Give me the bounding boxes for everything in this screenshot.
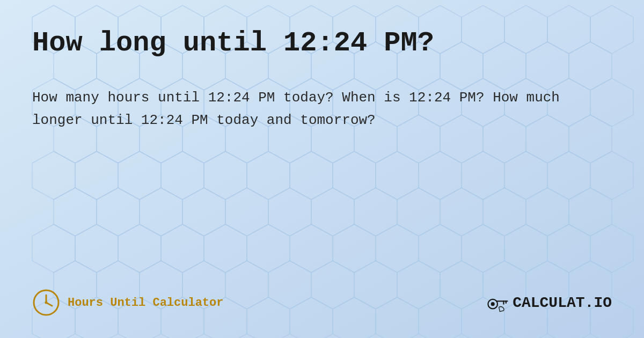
page-description: How many hours until 12:24 PM today? Whe…	[32, 87, 612, 131]
right-brand-text: CALCULAT.IO	[513, 295, 612, 311]
left-brand-text: Hours Until Calculator	[68, 296, 223, 310]
page-title: How long until 12:24 PM?	[32, 27, 612, 60]
right-branding: CALCULAT.IO	[486, 291, 612, 314]
clock-icon	[32, 289, 60, 317]
svg-point-131	[491, 302, 495, 306]
left-branding: Hours Until Calculator	[32, 289, 223, 317]
svg-point-126	[45, 302, 48, 304]
calculat-icon	[486, 291, 509, 314]
